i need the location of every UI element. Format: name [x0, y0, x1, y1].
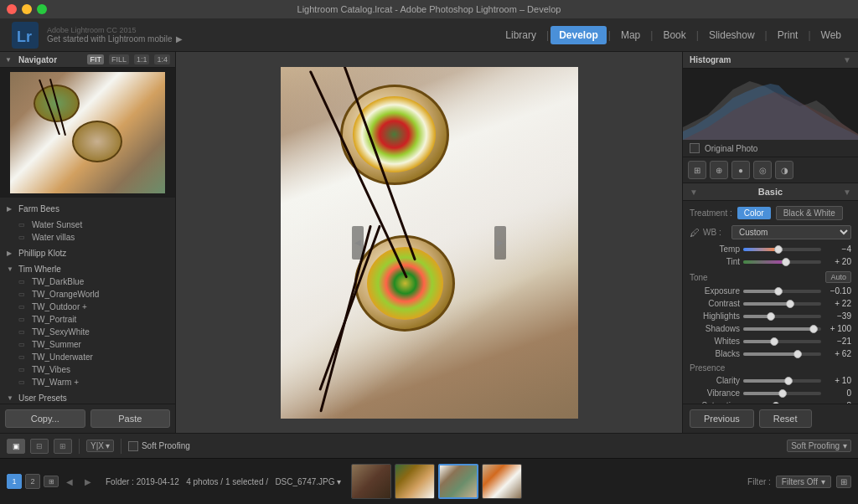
filmstrip-grid-view[interactable]: ⊞	[44, 476, 59, 487]
wb-select[interactable]: Custom Auto As Shot	[731, 225, 851, 239]
soft-proofing-dropdown[interactable]: Soft Proofing ▾	[787, 440, 851, 452]
titlebar: Lightroom Catalog.lrcat - Adobe Photosho…	[0, 0, 858, 18]
preset-group-farmbees-header[interactable]: ▶ Farm Bees	[0, 203, 175, 215]
phillipp-group-name: Phillipp Klotz	[18, 249, 66, 258]
whites-slider[interactable]	[743, 340, 821, 343]
nav-develop[interactable]: Develop	[550, 26, 607, 44]
compare-view-button[interactable]: ⊟	[30, 439, 49, 454]
fit-button[interactable]: FIT	[87, 54, 104, 64]
original-photo-checkbox[interactable]	[690, 143, 700, 153]
yx-label: Y|X	[90, 441, 104, 450]
svg-text:Lr: Lr	[17, 28, 32, 45]
temp-value: −4	[824, 244, 851, 254]
presence-section-label: Presence	[690, 363, 851, 373]
preset-icon7: ▭	[18, 328, 27, 336]
tint-slider[interactable]	[743, 260, 821, 264]
nav-print[interactable]: Print	[769, 26, 807, 44]
filter-dropdown[interactable]: Filters Off ▾	[776, 476, 831, 488]
gradient-tool-icon[interactable]: ◑	[775, 161, 793, 179]
minimize-button[interactable]	[22, 4, 32, 14]
film-thumb-1[interactable]	[351, 464, 391, 499]
basic-collapse-icon[interactable]: ▼	[690, 188, 698, 197]
previous-button[interactable]: Previous	[690, 409, 754, 428]
tint-label: Tint	[690, 257, 740, 266]
left-panel: ▼ Navigator FIT FILL 1:1 1:4	[0, 52, 176, 433]
filmstrip-page2[interactable]: 2	[25, 474, 40, 489]
contrast-slider[interactable]	[743, 302, 821, 306]
preset-watervillas[interactable]: ▭ Water villas	[0, 231, 175, 244]
shadows-slider[interactable]	[743, 327, 821, 331]
nav-web[interactable]: Web	[813, 26, 850, 44]
grid-tool-icon[interactable]: ⊞	[688, 161, 706, 179]
blacks-label: Blacks	[690, 349, 740, 358]
fill-button[interactable]: FILL	[109, 54, 129, 64]
preset-tw-summer[interactable]: ▭ TW_Summer	[0, 338, 175, 351]
eyedropper-icon[interactable]: 🖊	[690, 227, 700, 239]
phillipp-collapse-icon: ▶	[7, 249, 15, 257]
yx-control[interactable]: Y|X ▾	[86, 440, 114, 452]
single-view-button[interactable]: ▣	[7, 439, 25, 454]
window-title: Lightroom Catalog.lrcat - Adobe Photosho…	[297, 4, 561, 14]
filmstrip-next-icon[interactable]: ▶	[80, 474, 96, 489]
preset-watersunset[interactable]: ▭ Water Sunset	[0, 219, 175, 231]
preset-tw-underwater-name: TW_Underwater	[32, 352, 93, 362]
filmstrip-prev-icon[interactable]: ◀	[62, 474, 77, 489]
nav-library[interactable]: Library	[497, 26, 545, 44]
color-treatment-button[interactable]: Color	[737, 207, 771, 219]
close-button[interactable]	[7, 4, 17, 14]
nav-map[interactable]: Map	[612, 26, 649, 44]
soft-proofing-checkbox[interactable]	[128, 441, 138, 451]
highlights-slider[interactable]	[743, 315, 821, 318]
soft-proof-option: Soft Proofing	[791, 441, 840, 450]
redeye-tool-icon[interactable]: ◎	[753, 161, 772, 179]
blacks-slider[interactable]	[743, 352, 821, 356]
left-panel-toggle[interactable]: ◀	[352, 226, 364, 260]
paste-button[interactable]: Paste	[90, 409, 171, 428]
temp-slider[interactable]	[743, 248, 821, 251]
preset-tw-warm[interactable]: ▭ TW_Warm +	[0, 376, 175, 388]
navigator-header: ▼ Navigator FIT FILL 1:1 1:4	[0, 52, 175, 68]
histogram-collapse-icon[interactable]: ▼	[843, 55, 851, 64]
1to4-button[interactable]: 1:4	[154, 54, 170, 64]
spot-tool-icon[interactable]: ●	[731, 161, 750, 179]
whites-label: Whites	[690, 337, 740, 346]
mobile-arrow-icon: ▶	[176, 34, 183, 44]
preset-tim-header[interactable]: ▼ Tim Wherle	[0, 263, 175, 275]
crop-tool-icon[interactable]: ⊕	[710, 161, 728, 179]
1to1-button[interactable]: 1:1	[134, 54, 150, 64]
preset-tw-outdoor[interactable]: ▭ TW_Outdoor +	[0, 301, 175, 313]
preset-item-watersunset: ▭ Water Sunset ▭ Water villas	[0, 217, 175, 245]
film-thumb-3[interactable]	[438, 464, 478, 499]
preset-group-phillipp: ▶ Phillipp Klotz	[0, 245, 175, 261]
copy-button[interactable]: Copy...	[5, 409, 85, 428]
maximize-button[interactable]	[37, 4, 47, 14]
preset-tw-portrait[interactable]: ▭ TW_Portrait	[0, 313, 175, 326]
preset-tw-vibes[interactable]: ▭ TW_Vibes	[0, 363, 175, 376]
preset-tw-underwater[interactable]: ▭ TW_Underwater	[0, 351, 175, 363]
bw-treatment-button[interactable]: Black & White	[776, 206, 843, 220]
navigator-collapse-icon: ▼	[5, 56, 13, 64]
preset-tw-orangeworld[interactable]: ▭ TW_OrangeWorld	[0, 288, 175, 301]
tone-section-label: Tone Auto	[690, 271, 851, 283]
filmstrip-page1[interactable]: 1	[7, 474, 22, 489]
vibrance-slider[interactable]	[743, 392, 821, 395]
preset-tw-sexywhite[interactable]: ▭ TW_SexyWhite	[0, 326, 175, 338]
adjust-panel: Treatment : Color Black & White 🖊 WB : C…	[683, 201, 858, 404]
nav-book[interactable]: Book	[654, 26, 694, 44]
clarity-slider[interactable]	[743, 379, 821, 383]
tool-row: ⊞ ⊕ ● ◎ ◑	[683, 157, 858, 183]
preset-tw-darkblue[interactable]: ▭ TW_DarkBlue	[0, 275, 175, 288]
reset-button[interactable]: Reset	[759, 409, 812, 428]
preset-user-header[interactable]: ▼ User Presets	[0, 392, 175, 404]
exposure-slider-row: Exposure −0.10	[690, 286, 851, 296]
film-thumb-2[interactable]	[395, 464, 435, 499]
filter-settings-icon[interactable]: ⊞	[836, 476, 851, 488]
exposure-slider[interactable]	[743, 290, 821, 293]
right-panel-toggle[interactable]: ▶	[494, 226, 506, 260]
tint-value: + 20	[824, 257, 851, 266]
film-thumb-4[interactable]	[482, 464, 522, 499]
nav-slideshow[interactable]: Slideshow	[700, 26, 763, 44]
auto-tone-button[interactable]: Auto	[825, 271, 851, 283]
preset-phillipp-header[interactable]: ▶ Phillipp Klotz	[0, 247, 175, 260]
survey-view-button[interactable]: ⊞	[54, 439, 72, 454]
